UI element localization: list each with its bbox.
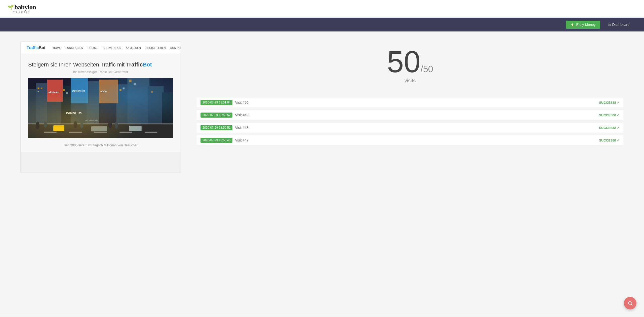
website-preview-card: TrafficBot HOME FUNKTIONEN PREISE TESTVE…: [20, 42, 181, 172]
visit-row-47: 2020-07-29 18:50:46 Visit #47 SUCCESS! ✓: [196, 135, 624, 146]
visit-timestamp-47: 2020-07-29 18:50:46: [200, 138, 232, 143]
preview-logo-traffic: Traffic: [27, 46, 39, 50]
visit-label-48: Visit #48: [235, 126, 596, 130]
visit-log: 2020-07-29 18:51:04 Visit #50 SUCCESS! ✓…: [196, 97, 624, 146]
logo-brand-text: babylon: [14, 4, 36, 11]
logo-flame-icon: 🌱: [8, 4, 14, 10]
dashboard-button[interactable]: ⊞ Dashboard: [603, 21, 634, 29]
nav-bar: 💵 Easy Money ⊞ Dashboard: [0, 18, 644, 31]
preview-nav-home[interactable]: HOME: [53, 47, 61, 49]
visit-status-49: SUCCESS! ✓: [599, 113, 620, 117]
visits-label: visits: [405, 78, 416, 84]
easy-money-label: Easy Money: [576, 23, 595, 27]
visit-status-48: SUCCESS! ✓: [599, 126, 620, 130]
top-bar: 🌱 babylon TRAFFIC: [0, 0, 644, 18]
easy-money-button[interactable]: 💵 Easy Money: [566, 21, 600, 29]
preview-headline-blue: Bot: [143, 61, 152, 68]
preview-logo-bot: Bot: [39, 46, 46, 50]
visit-label-47: Visit #47: [235, 138, 596, 142]
preview-logo: TrafficBot: [27, 46, 46, 50]
visit-row-50: 2020-07-29 18:51:04 Visit #50 SUCCESS! ✓: [196, 97, 624, 108]
visit-status-47: SUCCESS! ✓: [599, 138, 620, 142]
visit-timestamp-49: 2020-07-29 18:50:52: [200, 113, 232, 118]
float-search-button[interactable]: [624, 297, 636, 309]
preview-nav-funktionen[interactable]: FUNKTIONEN: [66, 47, 83, 49]
logo: 🌱 babylon TRAFFIC: [8, 4, 36, 14]
visit-timestamp-50: 2020-07-29 18:51:04: [200, 100, 232, 105]
preview-nav-preise[interactable]: PREISE: [88, 47, 98, 49]
visit-row-49: 2020-07-29 18:50:52 Visit #49 SUCCESS! ✓: [196, 110, 624, 120]
preview-headline-text: Steigern sie Ihren Webseiten Traffic mit: [28, 61, 126, 68]
preview-headline-bold: Traffic: [126, 61, 143, 68]
total-visits: /50: [421, 64, 433, 75]
visit-label-50: Visit #50: [235, 100, 596, 104]
preview-headline: Steigern sie Ihren Webseiten Traffic mit…: [28, 61, 173, 68]
preview-nav: TrafficBot HOME FUNKTIONEN PREISE TESTVE…: [21, 42, 181, 54]
dashboard-icon: ⊞: [608, 23, 611, 27]
visit-row-48: 2020-07-29 18:50:51 Visit #48 SUCCESS! ✓: [196, 122, 624, 133]
visit-counter-display: 50 /50: [387, 47, 433, 77]
dashboard-label: Dashboard: [612, 23, 630, 27]
visit-timestamp-48: 2020-07-29 18:50:51: [200, 125, 232, 130]
search-icon: [627, 300, 633, 306]
stats-panel: 50 /50 visits 2020-07-29 18:51:04 Visit …: [196, 42, 624, 146]
preview-body: Steigern sie Ihren Webseiten Traffic mit…: [21, 54, 181, 152]
visit-label-49: Visit #49: [235, 113, 596, 117]
preview-nav-anmelden[interactable]: ANMELDEN: [126, 47, 141, 49]
visit-counter: 50 /50 visits: [196, 42, 624, 86]
preview-city-image: milestones CINEPLEX adidas: [28, 78, 173, 138]
preview-nav-registrieren[interactable]: REGISTRIEREN: [145, 47, 166, 49]
preview-footer-text: Seit 2005 liefern wir täglich Millionen …: [28, 143, 173, 147]
main-content: TrafficBot HOME FUNKTIONEN PREISE TESTVE…: [0, 31, 644, 183]
logo-sub-text: TRAFFIC: [13, 11, 36, 14]
visit-status-50: SUCCESS! ✓: [599, 101, 620, 104]
current-visits: 50: [387, 47, 420, 77]
preview-nav-links: HOME FUNKTIONEN PREISE TESTVERSION ANMEL…: [53, 47, 181, 49]
preview-nav-testversion[interactable]: TESTVERSION: [102, 47, 121, 49]
preview-nav-kontakt[interactable]: KONTAKT: [170, 47, 181, 49]
dollar-icon: 💵: [570, 23, 575, 27]
preview-subline: Ihr zuverlässiger Traffic Bot Generator: [28, 70, 173, 74]
